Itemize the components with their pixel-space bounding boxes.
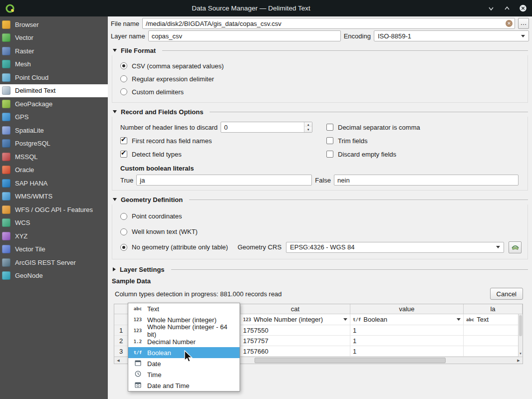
type-select-cat[interactable]: 123 Whole Number (integer) bbox=[241, 314, 350, 325]
geometry-crs-select[interactable]: EPSG:4326 - WGS 84 bbox=[286, 242, 504, 253]
geometry-header[interactable]: Geometry Definition bbox=[112, 196, 528, 203]
sidebar-item-vector[interactable]: Vector bbox=[0, 31, 108, 45]
type-select-value[interactable]: t/f Boolean bbox=[350, 314, 464, 325]
sidebar-item-sap-hana[interactable]: SAP HANA bbox=[0, 177, 108, 190]
column-header-la[interactable]: la bbox=[464, 304, 523, 314]
radio-point-coordinates[interactable]: Point coordinates bbox=[120, 208, 523, 224]
record-fields-header[interactable]: Record and Fields Options bbox=[112, 108, 528, 116]
integer-type-icon: 123 bbox=[243, 317, 251, 322]
chevron-down-button[interactable] bbox=[487, 4, 495, 12]
sidebar-item-postgresql[interactable]: PostgreSQL bbox=[0, 137, 108, 151]
sidebar-item-point-cloud[interactable]: Point Cloud bbox=[0, 71, 108, 84]
chevron-down-icon bbox=[457, 318, 461, 321]
sidebar-item-geonode[interactable]: GeoNode bbox=[0, 269, 108, 283]
table-cell[interactable]: 1 bbox=[350, 336, 464, 346]
sidebar-item-mssql[interactable]: MSSQL bbox=[0, 150, 108, 164]
collapse-arrow-icon bbox=[113, 49, 117, 52]
table-cell[interactable]: 1757550 bbox=[241, 325, 350, 336]
sidebar-item-oracle[interactable]: Oracle bbox=[0, 164, 108, 177]
type-menu-item-datetime[interactable]: Date and Time bbox=[128, 380, 240, 391]
sidebar-item-wfs[interactable]: WFS / OGC API - Features bbox=[0, 203, 108, 216]
point-cloud-icon bbox=[2, 73, 10, 82]
chevron-up-button[interactable] bbox=[503, 4, 511, 12]
sidebar-item-gps[interactable]: GPS bbox=[0, 111, 108, 124]
table-cell[interactable]: 1 bbox=[350, 346, 464, 357]
table-cell[interactable] bbox=[464, 336, 523, 346]
spatialite-icon bbox=[2, 126, 10, 135]
header-lines-spinner[interactable]: 0 ▲ ▼ bbox=[221, 122, 312, 133]
sidebar-item-xyz[interactable]: XYZ bbox=[0, 229, 108, 243]
true-literal-input[interactable]: ja bbox=[136, 175, 312, 186]
spin-down-icon[interactable]: ▼ bbox=[304, 127, 312, 132]
checkbox-trim-fields[interactable]: Trim fields bbox=[326, 134, 523, 147]
sidebar-item-geopackage[interactable]: GeoPackage bbox=[0, 97, 108, 111]
radio-no-geometry[interactable] bbox=[120, 244, 127, 251]
sidebar-item-vector-tile[interactable]: Vector Tile bbox=[0, 243, 108, 256]
table-corner bbox=[114, 304, 128, 314]
encoding-select[interactable]: ISO-8859-1 bbox=[374, 30, 529, 41]
table-cell[interactable]: 1757757 bbox=[241, 336, 350, 346]
encoding-label: Encoding bbox=[344, 32, 371, 40]
type-select-la[interactable]: abc Text bbox=[464, 314, 523, 325]
column-header-value[interactable]: value bbox=[350, 304, 464, 314]
sidebar-item-raster[interactable]: Raster bbox=[0, 44, 108, 58]
type-menu-item-whole-number-64[interactable]: 123 Whole Number (integer - 64 bit) bbox=[128, 325, 240, 336]
table-cell[interactable] bbox=[464, 325, 523, 336]
vertical-scrollbar[interactable]: ▼ bbox=[518, 314, 523, 357]
source-type-sidebar: Browser Vector Raster Mesh Point Cloud D… bbox=[0, 16, 108, 399]
sidebar-item-spatialite[interactable]: SpatiaLite bbox=[0, 124, 108, 137]
wms-globe-icon bbox=[2, 192, 10, 200]
scroll-down-icon[interactable]: ▼ bbox=[519, 351, 523, 357]
checkbox-discard-empty[interactable]: Discard empty fields bbox=[326, 148, 523, 161]
select-crs-button[interactable] bbox=[509, 241, 522, 253]
row-number[interactable]: 1 bbox=[114, 325, 128, 336]
checkbox-first-record[interactable]: First record has field names bbox=[120, 134, 326, 147]
layer-settings-header[interactable]: Layer Settings bbox=[112, 265, 528, 273]
type-menu-item-text[interactable]: abc Text bbox=[128, 303, 240, 314]
sidebar-item-mesh[interactable]: Mesh bbox=[0, 58, 108, 71]
row-number[interactable]: 3 bbox=[114, 346, 128, 357]
table-cell[interactable] bbox=[464, 346, 523, 357]
radio-custom-delimiters[interactable]: Custom delimiters bbox=[120, 85, 523, 98]
layer-name-input[interactable]: copas_csv bbox=[148, 30, 341, 41]
section-layer-settings: Layer Settings bbox=[112, 265, 528, 273]
section-file-format: File Format CSV (comma separated values)… bbox=[112, 46, 528, 103]
checkbox-decimal-separator[interactable]: Decimal separator is comma bbox=[326, 121, 523, 134]
scroll-left-icon[interactable]: ◀ bbox=[114, 357, 122, 364]
spin-up-icon[interactable]: ▲ bbox=[304, 122, 312, 127]
sidebar-item-browser[interactable]: Browser bbox=[0, 18, 108, 31]
row-number[interactable]: 2 bbox=[114, 336, 128, 346]
radio-icon bbox=[120, 228, 127, 235]
scroll-right-icon[interactable]: ▶ bbox=[515, 357, 523, 364]
geonode-icon bbox=[2, 271, 10, 280]
selector-corner bbox=[114, 314, 128, 325]
scrollbar-thumb[interactable] bbox=[519, 315, 522, 336]
type-menu-item-boolean[interactable]: t/f Boolean bbox=[128, 347, 240, 358]
checkbox-detect-types[interactable]: Detect field types bbox=[120, 148, 326, 161]
radio-regex-delimiter[interactable]: Regular expression delimiter bbox=[120, 72, 523, 85]
browse-button[interactable]: … bbox=[518, 18, 529, 29]
type-menu-item-time[interactable]: Time bbox=[128, 369, 240, 380]
radio-csv[interactable]: CSV (comma separated values) bbox=[120, 59, 523, 72]
arcgis-icon bbox=[2, 258, 10, 267]
table-cell[interactable]: 1 bbox=[350, 325, 464, 336]
column-header-cat[interactable]: cat bbox=[241, 304, 350, 314]
scrollbar-thumb[interactable] bbox=[255, 358, 446, 363]
cancel-button[interactable]: Cancel bbox=[490, 288, 523, 300]
sidebar-item-wcs[interactable]: WCS bbox=[0, 216, 108, 230]
false-literal-input[interactable]: nein bbox=[334, 175, 519, 186]
file-format-header[interactable]: File Format bbox=[112, 46, 528, 54]
sidebar-item-arcgis-rest[interactable]: ArcGIS REST Server bbox=[0, 256, 108, 269]
radio-wkt[interactable]: Well known text (WKT) bbox=[120, 224, 523, 239]
table-cell[interactable]: 1757660 bbox=[241, 346, 350, 357]
mssql-icon bbox=[2, 153, 10, 161]
calendar-clock-icon bbox=[132, 382, 143, 390]
oracle-icon bbox=[2, 166, 10, 174]
clear-icon[interactable]: ✕ bbox=[506, 20, 513, 27]
sidebar-item-wms-wmts[interactable]: WMS/WMTS bbox=[0, 190, 108, 203]
folder-icon bbox=[2, 20, 10, 29]
close-button[interactable] bbox=[519, 4, 527, 12]
file-name-input[interactable]: /media/disk2/BIGDATA/gis_data/copas_csv.… bbox=[142, 18, 515, 29]
sidebar-item-delimited-text[interactable]: Delimited Text bbox=[0, 84, 108, 98]
type-menu-item-date[interactable]: Date bbox=[128, 358, 240, 369]
